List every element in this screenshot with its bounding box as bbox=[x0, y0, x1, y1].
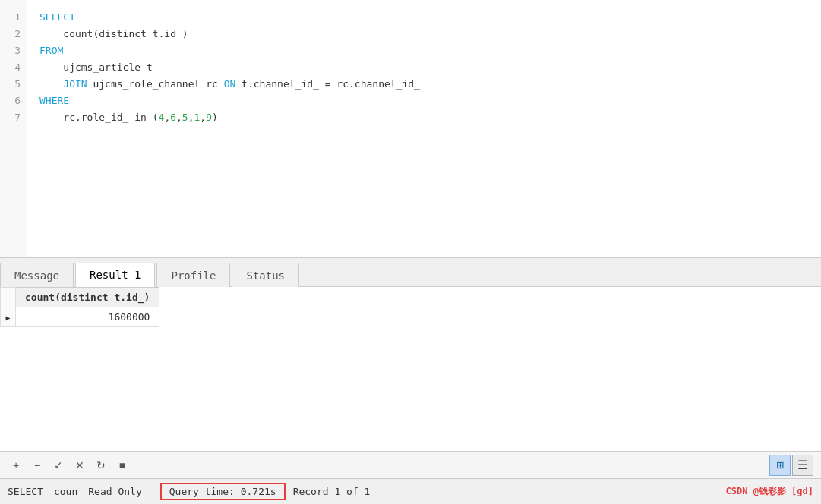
confirm-button[interactable]: ✓ bbox=[50, 457, 67, 474]
row-arrow-indicator: ▶ bbox=[1, 307, 16, 327]
status-right: CSDN @钱彩影 [gd] bbox=[726, 485, 813, 498]
line-numbers: 1 2 3 4 5 6 7 bbox=[0, 0, 27, 257]
results-table[interactable]: count(distinct t.id_) ▶ 1600000 bbox=[0, 287, 821, 451]
tabs-bar: Message Result 1 Profile Status bbox=[0, 258, 821, 287]
sql-editor[interactable]: 1 2 3 4 5 6 7 SELECT count(distinct t.id… bbox=[0, 0, 821, 258]
grid-view-button[interactable]: ⊞ bbox=[769, 455, 791, 476]
status-record: Record 1 of 1 bbox=[293, 486, 381, 497]
stop-button[interactable]: ■ bbox=[114, 457, 131, 474]
tab-status[interactable]: Status bbox=[232, 263, 299, 287]
view-buttons: ⊞ ☰ bbox=[769, 455, 813, 476]
code-content[interactable]: SELECT count(distinct t.id_) FROM ujcms_… bbox=[27, 0, 821, 257]
add-row-button[interactable]: + bbox=[8, 457, 24, 474]
bottom-toolbar: + − ✓ ✕ ↻ ■ ⊞ ☰ bbox=[0, 451, 821, 478]
results-area: count(distinct t.id_) ▶ 1600000 + − ✓ ✕ … bbox=[0, 287, 821, 478]
form-view-button[interactable]: ☰ bbox=[792, 455, 813, 476]
status-select: SELECT bbox=[8, 486, 54, 497]
cancel-button[interactable]: ✕ bbox=[71, 457, 88, 474]
status-readonly: Read Only bbox=[88, 486, 152, 497]
tab-message[interactable]: Message bbox=[0, 263, 74, 287]
remove-row-button[interactable]: − bbox=[29, 457, 46, 474]
data-table: count(distinct t.id_) ▶ 1600000 bbox=[0, 287, 159, 327]
status-bar: SELECT coun Read Only Query time: 0.721s… bbox=[0, 478, 821, 504]
row-indicator-header bbox=[1, 288, 16, 307]
status-coun: coun bbox=[54, 486, 88, 497]
table-row[interactable]: ▶ 1600000 bbox=[1, 307, 159, 327]
status-query-time: Query time: 0.721s bbox=[160, 483, 286, 500]
tab-profile[interactable]: Profile bbox=[156, 263, 230, 287]
refresh-button[interactable]: ↻ bbox=[93, 457, 109, 474]
cell-count-value: 1600000 bbox=[16, 307, 159, 327]
col-header-count: count(distinct t.id_) bbox=[16, 288, 159, 307]
tab-result1[interactable]: Result 1 bbox=[75, 263, 155, 287]
csdn-brand: CSDN @钱彩影 [gd] bbox=[726, 485, 813, 498]
